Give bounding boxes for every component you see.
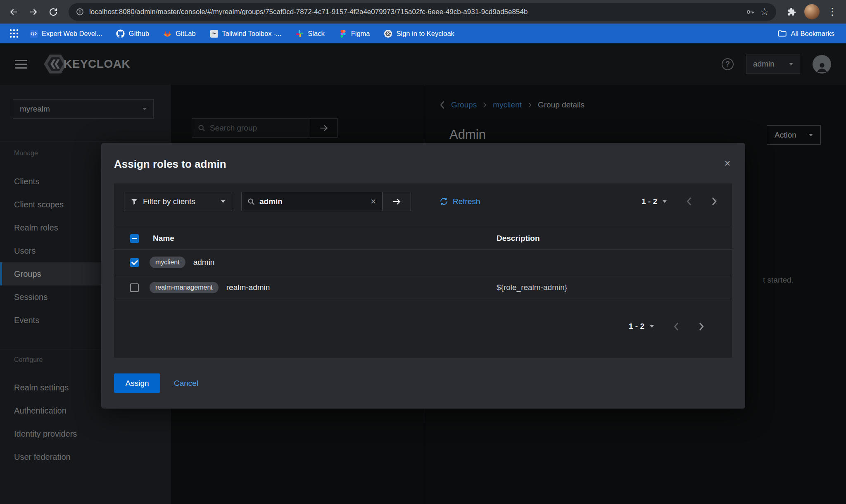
screen: localhost:8080/admin/master/console/#/my… (0, 0, 846, 504)
pagination-bottom: 1 - 2 (629, 318, 709, 335)
refresh-button[interactable]: Refresh (440, 197, 480, 206)
caret-down-icon[interactable] (650, 325, 654, 328)
puzzle-icon (787, 7, 796, 17)
forward-button[interactable] (24, 2, 43, 21)
column-header-name: Name (153, 234, 174, 243)
modal-close-button[interactable]: × (719, 155, 736, 172)
pagination-next-button[interactable] (693, 318, 709, 335)
password-key-icon[interactable] (746, 7, 755, 17)
bookmark-label: GIthub (128, 30, 149, 38)
pagination-prev-button[interactable] (668, 318, 684, 335)
back-button[interactable] (4, 2, 23, 21)
roles-panel: Filter by clients × Refresh (114, 183, 732, 358)
roles-toolbar: Filter by clients × Refresh (124, 192, 722, 211)
caret-down-icon[interactable] (663, 200, 667, 203)
close-icon: × (725, 157, 731, 169)
column-header-description: Description (497, 234, 540, 242)
url-text: localhost:8080/admin/master/console/#/my… (89, 8, 740, 16)
bookmark-label: GitLab (176, 30, 196, 38)
back-arrow-icon (9, 7, 19, 17)
select-all-checkbox[interactable] (130, 234, 139, 243)
filter-by-clients-dropdown[interactable]: Filter by clients (124, 192, 232, 211)
row-checkbox[interactable] (130, 283, 139, 292)
search-icon (247, 198, 255, 205)
assign-button[interactable]: Assign (114, 373, 160, 393)
all-bookmarks-button[interactable]: All Bookmarks (778, 30, 840, 38)
forward-arrow-icon (29, 7, 38, 17)
arrow-right-icon (392, 197, 402, 207)
bookmark-label: Expert Web Devel... (42, 30, 102, 38)
bookmark-item[interactable]: Tailwind Toolbox -... (203, 24, 289, 43)
bookmark-label: Slack (308, 30, 324, 38)
cancel-button[interactable]: Cancel (174, 379, 198, 388)
caret-down-icon (221, 200, 225, 203)
bookmark-label: Tailwind Toolbox -... (222, 30, 282, 38)
modal-title: Assign roles to admin (114, 158, 226, 171)
client-badge: realm-management (150, 282, 219, 294)
table-row: realm-management realm-admin ${role_real… (114, 275, 732, 300)
apps-grid-icon (9, 29, 19, 38)
keycloak-page: KEYCLOAK ? admin myrealm Man (0, 43, 846, 504)
extensions-button[interactable] (782, 2, 801, 21)
apps-grid-button[interactable] (6, 25, 22, 42)
filter-label: Filter by clients (143, 197, 195, 206)
bookmark-label: Figma (351, 30, 370, 38)
bookmark-item[interactable]: GIthub (109, 24, 156, 43)
chevron-right-icon (711, 197, 717, 206)
modal-footer: Assign Cancel (114, 373, 198, 393)
site-info-icon[interactable] (76, 8, 84, 16)
figma-icon (339, 29, 347, 38)
chevron-left-icon (687, 197, 692, 206)
all-bookmarks-label: All Bookmarks (791, 30, 834, 38)
role-search-submit-button[interactable] (382, 192, 411, 211)
sync-icon (440, 197, 448, 206)
role-name: realm-admin (226, 283, 270, 292)
clear-search-icon[interactable]: × (371, 197, 376, 206)
bookmark-label: Sign in to Keycloak (396, 30, 454, 38)
folder-icon (778, 30, 787, 37)
tailwind-icon (210, 29, 219, 38)
chevron-right-icon (699, 322, 704, 331)
slack-icon (295, 29, 304, 38)
bookmark-item[interactable]: Slack (288, 24, 331, 43)
clear-glyph: × (371, 197, 376, 206)
bookmark-item[interactable]: Figma (332, 24, 377, 43)
pagination-range: 1 - 2 (629, 322, 644, 331)
bookmark-item[interactable]: Expert Web Devel... (22, 24, 109, 43)
bookmark-star-icon[interactable]: ☆ (760, 7, 769, 17)
pagination-prev-button[interactable] (681, 193, 697, 210)
kebab-menu-icon: ⋮ (828, 7, 837, 17)
assign-roles-modal: Assign roles to admin × Filter by client… (101, 143, 745, 409)
client-badge: myclient (150, 257, 185, 269)
bookmark-item[interactable]: GitLab (156, 24, 203, 43)
site-code-icon (29, 29, 38, 38)
reload-button[interactable] (44, 2, 63, 21)
url-bar[interactable]: localhost:8080/admin/master/console/#/my… (69, 3, 776, 21)
role-search-input[interactable] (259, 197, 366, 206)
role-name: admin (193, 258, 215, 267)
github-icon (116, 29, 125, 38)
keycloak-icon (384, 29, 392, 38)
browser-profile-avatar[interactable] (804, 4, 820, 19)
bookmarks-bar: Expert Web Devel... GIthub GitLab Tailwi… (0, 24, 846, 43)
browser-menu-button[interactable]: ⋮ (823, 2, 842, 21)
role-search-box[interactable]: × (241, 192, 382, 211)
pagination-next-button[interactable] (706, 193, 722, 210)
refresh-label: Refresh (453, 197, 480, 206)
reload-icon (48, 7, 58, 17)
filter-icon (131, 198, 138, 205)
table-header-row: Name Description (114, 227, 732, 250)
chevron-left-icon (674, 322, 679, 331)
gitlab-icon (163, 29, 172, 38)
role-description: ${role_realm-admin} (497, 283, 567, 292)
browser-toolbar: localhost:8080/admin/master/console/#/my… (0, 0, 846, 24)
bookmark-item[interactable]: Sign in to Keycloak (377, 24, 461, 43)
pagination-top: 1 - 2 (642, 193, 722, 210)
roles-table: Name Description myclient admin (114, 227, 732, 300)
row-checkbox[interactable] (130, 258, 139, 267)
table-row: myclient admin (114, 250, 732, 275)
pagination-range: 1 - 2 (642, 197, 657, 206)
